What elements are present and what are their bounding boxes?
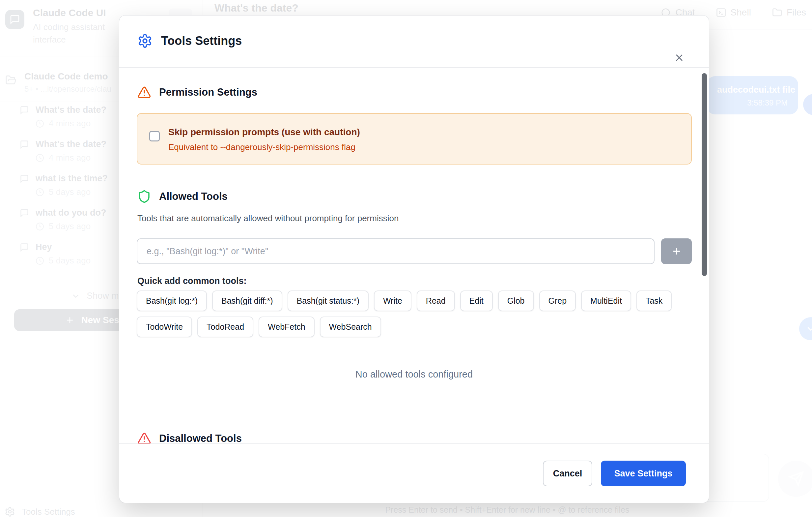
add-tool-button[interactable] [661,238,692,264]
quick-tool-chip[interactable]: Task [636,291,672,311]
quick-tool-chip[interactable]: TodoWrite [137,317,192,337]
cancel-button[interactable]: Cancel [543,461,592,486]
no-allowed-tools-message: No allowed tools configured [119,369,709,380]
allowed-tools-heading: Allowed Tools [137,190,228,203]
quick-tool-chip[interactable]: Read [417,291,455,311]
quick-tool-chip[interactable]: WebFetch [259,317,314,337]
screen: Claude Code UI AI coding assistant inter… [0,0,812,517]
modal-footer: Cancel Save Settings [119,443,709,503]
shield-icon [137,190,151,203]
quick-tool-chip[interactable]: Glob [498,291,534,311]
quick-tool-chips: Bash(git log:*)Bash(git diff:*)Bash(git … [137,291,693,337]
skip-permissions-sublabel: Equivalent to --dangerously-skip-permiss… [168,142,360,152]
skip-permissions-label: Skip permission prompts (use with cautio… [168,127,360,137]
modal-title: Tools Settings [161,34,242,48]
close-button[interactable] [670,49,689,67]
save-settings-button[interactable]: Save Settings [601,461,686,486]
quick-tool-chip[interactable]: Write [374,291,411,311]
warning-triangle-icon [137,432,151,443]
disallowed-tools-heading: Disallowed Tools [137,432,242,443]
modal-body: Permission Settings Skip permission prom… [119,67,709,443]
warning-triangle-icon [137,85,151,99]
gear-icon [137,33,152,49]
allowed-tools-title: Allowed Tools [159,191,228,202]
modal-scrollbar-thumb[interactable] [702,73,707,276]
tools-settings-modal: Tools Settings Permission Settings Skip … [119,16,709,503]
quick-tool-chip[interactable]: Bash(git diff:*) [212,291,282,311]
quick-tool-chip[interactable]: WebSearch [320,317,381,337]
allowed-tools-description: Tools that are automatically allowed wit… [137,213,399,223]
modal-header: Tools Settings [119,16,709,67]
permission-settings-heading: Permission Settings [137,85,257,99]
quick-add-label: Quick add common tools: [137,276,247,286]
quick-tool-chip[interactable]: TodoRead [197,317,253,337]
quick-tool-chip[interactable]: Edit [460,291,493,311]
permission-settings-title: Permission Settings [159,86,257,98]
disallowed-tools-title: Disallowed Tools [159,433,242,443]
quick-tool-chip[interactable]: Grep [539,291,576,311]
quick-tool-chip[interactable]: Bash(git status:*) [288,291,369,311]
allowed-tool-input[interactable] [137,238,655,264]
plus-icon [671,246,682,257]
skip-permissions-warning-box: Skip permission prompts (use with cautio… [137,113,692,165]
quick-tool-chip[interactable]: Bash(git log:*) [137,291,207,311]
close-icon [673,52,685,64]
skip-permissions-checkbox[interactable] [149,131,160,141]
quick-tool-chip[interactable]: MultiEdit [581,291,631,311]
